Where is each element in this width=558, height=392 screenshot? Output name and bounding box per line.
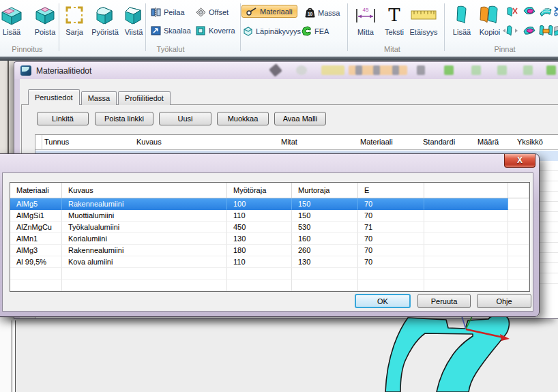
ribbon-button-lisaa-pinnoitus[interactable]: Lisää (0, 3, 30, 36)
materiaalitiedot-titlebar[interactable]: Materiaalitiedot (14, 62, 558, 79)
material-cell (358, 268, 424, 280)
ribbon-button-sarja[interactable]: Sarja (60, 3, 89, 36)
material-table[interactable]: MateriaaliKuvausMyötörajaMurtorajaEAlMg5… (10, 182, 530, 292)
ohje-button[interactable]: Ohje (477, 294, 531, 308)
ribbon-button-surface-extend[interactable] (502, 25, 518, 37)
ribbon-button-peilaa[interactable]: Peilaa (151, 7, 185, 17)
close-button[interactable]: X (504, 154, 535, 168)
ribbon-button-mitta[interactable]: 45 Mitta (352, 3, 379, 36)
ribbon-button-pyorista[interactable]: Pyöristä (89, 3, 121, 36)
ok-button[interactable]: OK (355, 294, 411, 308)
material-row[interactable]: AlZnMgCuTyökalualumiini45053071 (10, 222, 529, 233)
column-header-blank[interactable] (508, 183, 529, 198)
material-row[interactable] (10, 268, 529, 280)
ribbon-button-surface-blend[interactable] (539, 5, 553, 18)
ribbon-button-materiaali[interactable]: Materiaali (241, 5, 297, 18)
cad-model-view[interactable] (368, 313, 558, 392)
material-row[interactable]: Al 99,5%Kova alumiini11013070 (10, 256, 529, 268)
material-cell: Muottialumiini (62, 210, 227, 222)
background-toolbar (259, 63, 558, 78)
ribbon-button-surface-trim[interactable] (523, 5, 536, 18)
copy-surface-icon (476, 3, 503, 27)
tab-profiilitiedot[interactable]: Profiilitiedot (118, 91, 171, 105)
column-header[interactable]: Tunnus (44, 138, 69, 146)
add-surface-icon (450, 3, 473, 27)
peruuta-button[interactable]: Peruuta (417, 294, 471, 308)
material-cell: AlMg3 (10, 245, 62, 256)
ribbon-button-fea[interactable]: FEA (302, 26, 329, 36)
material-cell: 150 (292, 210, 358, 222)
column-header[interactable]: Määrä (478, 138, 499, 146)
transparency-icon (243, 26, 253, 36)
column-header[interactable]: Materiaali (10, 183, 62, 198)
material-row[interactable] (10, 280, 529, 291)
material-cell: 530 (292, 222, 358, 233)
ribbon-button-lisaa-pinnat[interactable]: Lisää (450, 3, 473, 36)
ribbon-button-kopioi[interactable]: Kopioi (476, 3, 503, 36)
avaa-malli-button[interactable]: Avaa Malli (274, 112, 326, 125)
column-header[interactable]: Mitat (281, 138, 297, 146)
ribbon-button-offset[interactable]: Offset (196, 7, 229, 17)
row-selector-column (35, 135, 42, 150)
material-cell: 70 (358, 233, 424, 245)
muokkaa-button[interactable]: Muokkaa (217, 112, 269, 125)
column-header-blank[interactable] (424, 183, 508, 198)
ribbon-separator (444, 3, 445, 51)
surface-offset-icon (554, 25, 558, 37)
material-cell (424, 268, 508, 280)
tab-massa[interactable]: Massa (81, 91, 117, 105)
tab-perustiedot[interactable]: Perustiedot (28, 89, 80, 105)
linkita-button[interactable]: Linkitä (37, 112, 89, 125)
tab-bar: Perustiedot Massa Profiilitiedot (28, 90, 172, 105)
poista-linkki-button[interactable]: Poista linkki (95, 112, 153, 125)
material-cell (508, 233, 529, 245)
material-cell (292, 280, 358, 291)
ribbon-button-koverra[interactable]: Koverra (196, 26, 235, 35)
text-icon: T (381, 3, 408, 27)
column-header[interactable]: Standardi (423, 138, 455, 146)
material-cell: 70 (358, 256, 424, 268)
ribbon-button-skaalaa[interactable]: Skaalaa (151, 26, 191, 35)
ribbon-button-viista[interactable]: Viistä (121, 3, 147, 36)
mass-icon: 10 (305, 7, 315, 18)
ribbon-button-poista[interactable]: Poista (30, 3, 60, 36)
material-cell: 130 (227, 233, 292, 245)
material-cell (424, 280, 508, 291)
ribbon-separator (347, 3, 348, 51)
pattern-icon (60, 3, 89, 27)
ribbon-button-massa[interactable]: 10 Massa (305, 7, 340, 18)
material-cell (508, 280, 529, 291)
ribbon-button-surface-delete[interactable] (506, 5, 518, 18)
ribbon-button-lapinakyvyys[interactable]: Läpinäkyvyys (243, 26, 301, 36)
ribbon-button-surface-join[interactable] (539, 25, 554, 37)
background-window-edge (0, 318, 16, 392)
ribbon-button-surface-fillet[interactable] (523, 25, 536, 37)
ribbon-button-surface-cut[interactable] (554, 5, 558, 18)
material-row[interactable]: AlMg5Rakennealumiini10015070 (10, 198, 529, 210)
ribbon-separator (240, 3, 241, 51)
column-header[interactable]: Materiaali (360, 138, 393, 146)
material-cell: Korialumiini (62, 233, 227, 245)
offset-icon (196, 7, 206, 17)
material-cell (227, 280, 292, 291)
column-header[interactable]: Murtoraja (292, 183, 358, 198)
uusi-button[interactable]: Uusi (159, 112, 211, 125)
material-row[interactable]: AlMg3Rakennealumiini18026070 (10, 245, 529, 256)
material-row[interactable]: AlMn1Korialumiini13016070 (10, 233, 529, 245)
column-header[interactable]: Yksikkö (517, 138, 543, 146)
column-header[interactable]: Kuvaus (62, 183, 227, 198)
mirror-icon (151, 7, 161, 17)
column-header[interactable]: E (358, 183, 424, 198)
distance-icon (408, 3, 439, 27)
ribbon-button-surface-offset[interactable] (554, 25, 558, 37)
column-header[interactable]: Myötöraja (227, 183, 292, 198)
surface-delete-icon (506, 5, 518, 18)
column-header[interactable]: Kuvaus (136, 138, 162, 146)
material-cell: 110 (227, 210, 292, 222)
material-cell: 180 (227, 245, 292, 256)
material-cell (508, 256, 529, 268)
ribbon-button-teksti[interactable]: T Teksti (381, 3, 408, 36)
fea-icon (302, 26, 312, 36)
material-row[interactable]: AlMgSi1Muottialumiini11015070 (10, 210, 529, 222)
ribbon-button-etaisyys[interactable]: Etäisyys (408, 3, 439, 36)
